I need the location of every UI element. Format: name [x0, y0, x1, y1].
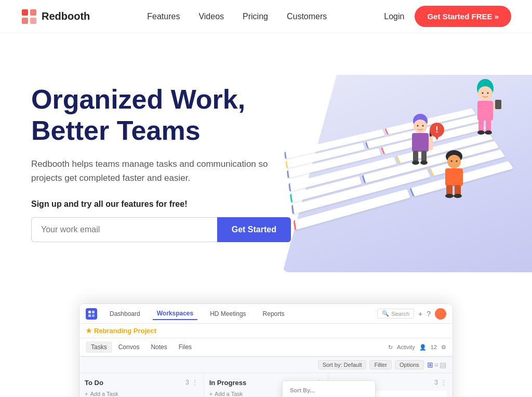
hero-section: Organized Work, Better Teams Redbooth he… [0, 33, 532, 283]
nav-videos[interactable]: Videos [198, 12, 224, 21]
logo-text: Redbooth [42, 10, 90, 22]
list-view-button[interactable]: ≡ [434, 361, 438, 369]
user-avatar[interactable] [435, 308, 446, 320]
subtab-files[interactable]: Files [174, 341, 197, 353]
grid-view-button[interactable]: ⊞ [427, 361, 433, 369]
table-view-button[interactable]: ▤ [440, 361, 446, 369]
svg-point-5 [478, 86, 493, 101]
app-screenshot: Dashboard Workspaces HD Meetings Reports… [79, 303, 453, 397]
star-icon: ★ [86, 327, 92, 335]
svg-point-14 [487, 92, 489, 94]
subtab-notes[interactable]: Notes [145, 341, 172, 353]
col-todo-count: 3 [185, 379, 189, 386]
app-topbar: Dashboard Workspaces HD Meetings Reports… [79, 304, 453, 324]
board-area: To Do 3 ⋮ + Add a Task marketing Social … [79, 373, 453, 397]
app-search[interactable]: 🔍 Search [377, 309, 414, 319]
hero-title: Organized Work, Better Teams [31, 84, 312, 147]
nav-cta-button[interactable]: Get Started FREE » [415, 6, 511, 27]
project-subbar: ★ Rebranding Project [79, 324, 453, 338]
app-subtabs: Tasks Convos Notes Files [86, 341, 197, 353]
svg-point-27 [447, 155, 461, 168]
character-3 [436, 150, 472, 202]
sort-filter-btns: Sort by: Default Filter Options ⊞ ≡ ▤ [318, 360, 446, 369]
nav-customers[interactable]: Customers [287, 12, 327, 21]
svg-rect-6 [477, 101, 493, 121]
app-logo [86, 308, 97, 320]
svg-rect-41 [92, 314, 95, 317]
svg-point-33 [451, 161, 453, 162]
activity-icon: ↻ [388, 344, 393, 351]
app-topbar-right: 🔍 Search + ? [377, 308, 446, 320]
svg-point-31 [445, 194, 454, 198]
hero-form: Get Started [31, 217, 291, 242]
navbar: Redbooth Features Videos Pricing Custome… [0, 0, 532, 33]
subtab-right-controls: ↻ Activity 👤 12 ⚙ [388, 344, 446, 351]
login-link[interactable]: Login [384, 12, 404, 21]
svg-point-10 [485, 130, 492, 135]
sort-button[interactable]: Sort by: Default [318, 360, 367, 369]
svg-point-20 [412, 161, 419, 165]
alert-bubble: ! [428, 122, 446, 140]
plus-icon: + [85, 391, 88, 397]
tab-hd-meetings[interactable]: HD Meetings [206, 308, 250, 320]
col-todo-header: To Do 3 ⋮ [85, 378, 198, 387]
logo-icon [21, 8, 37, 25]
members-icon: 👤 [419, 344, 427, 351]
dropdown-header: Sort By... [283, 385, 375, 396]
help-icon[interactable]: ? [427, 310, 431, 318]
svg-marker-37 [435, 136, 439, 140]
svg-rect-7 [478, 120, 484, 132]
subtab-tasks[interactable]: Tasks [86, 341, 112, 353]
svg-text:!: ! [435, 125, 438, 134]
svg-point-32 [454, 194, 462, 198]
col-done-count: 3 [434, 379, 438, 386]
nav-links: Features Videos Pricing Customers [147, 12, 327, 21]
app-board: To Do 3 ⋮ + Add a Task marketing Social … [79, 373, 453, 397]
svg-rect-18 [413, 151, 418, 162]
nav-pricing[interactable]: Pricing [243, 12, 268, 21]
svg-rect-12 [495, 100, 501, 109]
logo[interactable]: Redbooth [21, 8, 90, 25]
col-todo-title: To Do [85, 379, 103, 387]
svg-rect-28 [445, 168, 463, 186]
filter-button[interactable]: Filter [369, 360, 391, 369]
svg-rect-39 [92, 311, 95, 313]
svg-rect-8 [486, 120, 491, 132]
svg-point-13 [482, 92, 484, 94]
svg-rect-17 [412, 133, 429, 152]
members-count: 12 [431, 344, 437, 350]
col-done-menu[interactable]: ⋮ [440, 378, 447, 387]
get-started-button[interactable]: Get Started [217, 217, 291, 242]
col-todo-menu[interactable]: ⋮ [191, 378, 198, 387]
search-icon: 🔍 [382, 310, 389, 317]
tab-dashboard[interactable]: Dashboard [105, 308, 144, 320]
svg-point-21 [420, 161, 428, 165]
app-screenshot-section: Dashboard Workspaces HD Meetings Reports… [0, 283, 532, 397]
nav-features[interactable]: Features [147, 12, 180, 21]
add-icon[interactable]: + [418, 310, 422, 318]
view-buttons: ⊞ ≡ ▤ [427, 361, 446, 369]
app-subtabs-bar: Tasks Convos Notes Files ↻ Activity 👤 12… [79, 338, 453, 356]
plus-icon-2: + [209, 391, 212, 397]
hero-subtitle: Redbooth helps teams manage tasks and co… [31, 157, 281, 185]
tab-workspaces[interactable]: Workspaces [153, 308, 197, 320]
svg-point-25 [422, 125, 424, 127]
col-inprogress-title: In Progress [209, 379, 247, 387]
activity-label: Activity [397, 344, 415, 350]
subtab-convos[interactable]: Convos [113, 341, 145, 353]
tab-reports[interactable]: Reports [259, 308, 289, 320]
svg-rect-38 [88, 311, 91, 313]
svg-point-16 [414, 120, 427, 133]
svg-point-34 [456, 161, 458, 162]
nav-right: Login Get Started FREE » [384, 6, 511, 27]
options-button[interactable]: Options [395, 360, 424, 369]
svg-rect-2 [22, 18, 28, 24]
svg-rect-19 [421, 151, 427, 162]
hero-content: Organized Work, Better Teams Redbooth he… [31, 84, 312, 242]
email-input[interactable] [31, 217, 217, 242]
column-todo: To Do 3 ⋮ + Add a Task marketing Social … [79, 373, 204, 397]
add-task-todo[interactable]: + Add a Task [85, 391, 198, 397]
hero-cta-label: Sign up and try all our features for fre… [31, 200, 312, 209]
search-placeholder: Search [391, 311, 409, 317]
sort-dropdown: Sort By... Default Due Date (Earliest Fi… [282, 380, 376, 397]
